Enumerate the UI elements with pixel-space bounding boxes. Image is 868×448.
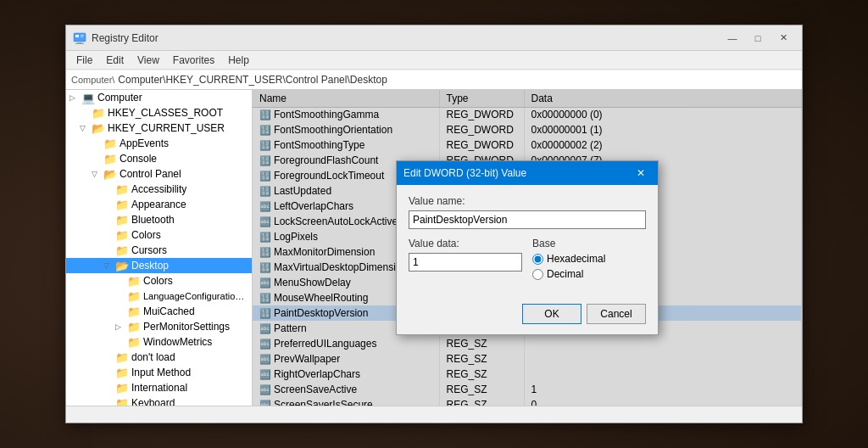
folder-icon: 📁	[127, 275, 141, 288]
tree-item-desktop-colors[interactable]: 📁 Colors	[66, 273, 252, 288]
folder-icon: 📂	[92, 122, 105, 135]
app-icon	[73, 31, 86, 45]
tree-label: Colors	[131, 229, 161, 241]
tree-label: Computer	[97, 92, 142, 104]
radio-hex-label[interactable]: Hexadecimal	[532, 253, 646, 265]
tree-label: Appearance	[131, 199, 186, 210]
value-name-input[interactable]	[409, 210, 646, 229]
tree-label: AppEvents	[120, 137, 169, 149]
tree-item-langconfig[interactable]: 📁 LanguageConfigurationPending	[66, 288, 252, 304]
expand-icon: ▷	[70, 93, 81, 102]
maximize-button[interactable]: □	[746, 29, 770, 48]
radio-hex-text: Hexadecimal	[547, 253, 605, 265]
tree-item-desktop[interactable]: ▽ 📂 Desktop	[66, 258, 252, 273]
tree-label: Input Method	[131, 367, 191, 378]
tree-item-appearance[interactable]: 📁 Appearance	[66, 197, 252, 212]
tree-label: HKEY_CLASSES_ROOT	[108, 107, 223, 119]
folder-icon: 📁	[115, 382, 129, 395]
folder-icon: 📁	[127, 290, 141, 303]
value-data-row: Value data: Base Hexadecimal	[409, 238, 646, 280]
minimize-button[interactable]: —	[721, 29, 744, 48]
radio-dec[interactable]	[532, 269, 543, 280]
right-panel[interactable]: Name Type Data 🔢FontSmoothingGamma REG_D…	[253, 90, 802, 406]
menu-help[interactable]: Help	[221, 53, 256, 68]
close-button[interactable]: ✕	[771, 29, 795, 48]
tree-item-permonitor[interactable]: ▷ 📁 PerMonitorSettings	[66, 319, 252, 334]
main-content: ▷ 💻 Computer 📁 HKEY_CLASSES_ROOT ▽ 📂 HKE…	[66, 90, 802, 406]
radio-hex[interactable]	[532, 254, 543, 265]
svg-rect-4	[77, 42, 82, 43]
tree-label: International	[131, 382, 187, 394]
window-controls: — □ ✕	[721, 29, 795, 48]
tree-item-muicached[interactable]: 📁 MuiCached	[66, 304, 252, 319]
base-label: Base	[532, 238, 646, 249]
folder-icon: 📁	[115, 229, 129, 242]
title-bar: Registry Editor — □ ✕	[66, 25, 802, 51]
folder-open-icon: 📂	[115, 260, 129, 272]
value-name-label: Value name:	[409, 195, 646, 207]
menu-bar: File Edit View Favorites Help	[66, 51, 802, 70]
address-label: Computer\	[71, 75, 114, 85]
folder-icon: 📁	[115, 214, 129, 227]
tree-label: PerMonitorSettings	[143, 321, 230, 333]
folder-icon: 📁	[92, 107, 105, 120]
address-bar: Computer\ Computer\HKEY_CURRENT_USER\Con…	[66, 70, 802, 90]
expand-icon: ▽	[92, 170, 103, 178]
tree-item-controlpanel[interactable]: ▽ 📂 Control Panel	[66, 166, 252, 182]
tree-item-computer[interactable]: ▷ 💻 Computer	[66, 90, 252, 105]
tree-item-hkcu[interactable]: ▽ 📂 HKEY_CURRENT_USER	[66, 120, 252, 136]
tree-label: Accessibility	[131, 183, 186, 195]
tree-item-bluetooth[interactable]: 📁 Bluetooth	[66, 212, 252, 227]
tree-item-windowmetrics[interactable]: 📁 WindowMetrics	[66, 334, 252, 350]
computer-icon: 💻	[81, 92, 95, 104]
radio-dec-label[interactable]: Decimal	[532, 268, 646, 280]
folder-icon: 📁	[115, 397, 129, 406]
folder-icon: 📁	[127, 305, 141, 318]
value-data-col: Value data:	[409, 238, 522, 280]
tree-label: Cursors	[131, 244, 167, 256]
dialog-body: Value name: Value data: Base	[397, 185, 658, 299]
value-data-label: Value data:	[409, 238, 522, 249]
folder-icon: 📁	[103, 153, 117, 165]
address-path: Computer\HKEY_CURRENT_USER\Control Panel…	[118, 74, 387, 86]
svg-rect-1	[75, 35, 79, 37]
svg-rect-5	[75, 43, 84, 44]
folder-icon: 📁	[127, 321, 141, 333]
tree-label: Control Panel	[120, 168, 181, 180]
base-col: Base Hexadecimal Decimal	[532, 238, 646, 280]
tree-item-hkcr[interactable]: 📁 HKEY_CLASSES_ROOT	[66, 105, 252, 120]
folder-icon: 📁	[115, 244, 129, 257]
tree-label: Colors	[143, 275, 173, 287]
tree-label: Keyboard	[131, 397, 175, 406]
folder-icon: 📁	[103, 137, 117, 150]
menu-view[interactable]: View	[131, 53, 166, 68]
tree-item-console[interactable]: 📁 Console	[66, 151, 252, 166]
tree-label: HKEY_CURRENT_USER	[108, 122, 225, 134]
expand-icon: ▽	[80, 124, 92, 132]
radio-dec-text: Decimal	[547, 268, 583, 280]
tree-label: LanguageConfigurationPending	[143, 291, 248, 301]
tree-item-international[interactable]: 📁 International	[66, 380, 252, 395]
svg-rect-3	[81, 36, 83, 37]
tree-label: WindowMetrics	[143, 336, 212, 348]
menu-favorites[interactable]: Favorites	[166, 53, 221, 68]
tree-label: Console	[120, 153, 157, 165]
tree-item-appevents[interactable]: 📁 AppEvents	[66, 136, 252, 151]
tree-item-keyboard[interactable]: 📁 Keyboard	[66, 395, 252, 406]
dialog-close-button[interactable]: ✕	[631, 165, 651, 182]
menu-edit[interactable]: Edit	[99, 53, 131, 68]
menu-file[interactable]: File	[70, 53, 99, 68]
tree-panel[interactable]: ▷ 💻 Computer 📁 HKEY_CLASSES_ROOT ▽ 📂 HKE…	[66, 90, 253, 406]
value-data-input[interactable]	[409, 253, 522, 272]
folder-icon: 📁	[115, 199, 129, 211]
tree-item-dontload[interactable]: 📁 don't load	[66, 350, 252, 365]
ok-button[interactable]: OK	[522, 304, 581, 324]
tree-item-inputmethod[interactable]: 📁 Input Method	[66, 365, 252, 380]
tree-item-accessibility[interactable]: 📁 Accessibility	[66, 182, 252, 197]
radio-group: Hexadecimal Decimal	[532, 253, 646, 280]
tree-item-colors[interactable]: 📁 Colors	[66, 227, 252, 243]
tree-label: Desktop	[131, 260, 169, 272]
tree-item-cursors[interactable]: 📁 Cursors	[66, 243, 252, 258]
tree-label: don't load	[131, 351, 175, 363]
cancel-button[interactable]: Cancel	[587, 304, 646, 324]
